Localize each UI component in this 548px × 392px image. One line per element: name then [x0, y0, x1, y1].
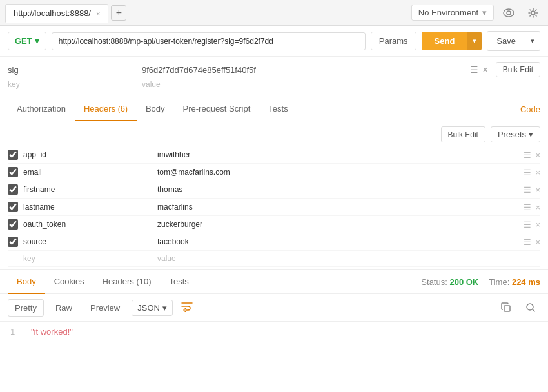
eye-icon [503, 8, 514, 17]
code-link[interactable]: Code [520, 104, 540, 114]
param-menu-icon[interactable]: ☰ [470, 64, 478, 75]
header-checkbox-5[interactable] [8, 237, 18, 247]
status-label: Status: 200 OK [421, 277, 478, 287]
header-checkbox-4[interactable] [8, 219, 18, 230]
format-pretty[interactable]: Pretty [8, 299, 44, 317]
headers-section: Bulk Edit Presets ▾ app_id imwithher ☰ ×… [0, 121, 548, 270]
header-rows-container: app_id imwithher ☰ × email tom@macfarlin… [8, 146, 540, 251]
header-delete-icon-0[interactable]: × [535, 150, 540, 160]
header-key-placeholder: key [23, 254, 152, 263]
headers-bulk-edit-button[interactable]: Bulk Edit [441, 126, 485, 142]
header-actions-1: ☰ × [524, 168, 540, 177]
send-dropdown-button[interactable]: ▾ [467, 32, 482, 50]
new-tab-button[interactable]: + [111, 5, 126, 21]
request-bar: GET ▾ Params Send ▾ Save ▾ [0, 26, 548, 57]
header-checkbox-2[interactable] [8, 184, 18, 195]
param-actions: ☰ × [470, 64, 487, 75]
header-row: app_id imwithher ☰ × [8, 146, 540, 164]
tab-close-icon[interactable]: × [96, 10, 100, 17]
header-menu-icon-3[interactable]: ☰ [524, 202, 531, 212]
svg-point-0 [504, 9, 514, 17]
header-checkbox-0[interactable] [8, 150, 18, 160]
header-menu-icon-0[interactable]: ☰ [524, 150, 531, 160]
url-input[interactable] [52, 32, 366, 50]
header-menu-icon-2[interactable]: ☰ [524, 185, 531, 195]
save-button[interactable]: Save [487, 31, 525, 51]
wrap-icon[interactable] [181, 300, 193, 315]
presets-button[interactable]: Presets ▾ [491, 126, 540, 142]
format-preview[interactable]: Preview [84, 300, 126, 316]
header-delete-icon-2[interactable]: × [535, 185, 540, 195]
header-delete-icon-5[interactable]: × [535, 237, 540, 247]
eye-icon-button[interactable] [499, 3, 518, 23]
header-empty-row: key value [8, 251, 540, 267]
response-body: 1 "it worked!" [0, 322, 548, 342]
json-format-select[interactable]: JSON ▾ [132, 300, 173, 316]
tab-authorization[interactable]: Authorization [8, 97, 75, 121]
header-key-0: app_id [23, 150, 152, 159]
param-empty-row: key value [8, 77, 488, 92]
presets-chevron: ▾ [529, 130, 533, 139]
header-checkbox-3[interactable] [8, 202, 18, 212]
response-headers-count: (10) [136, 277, 151, 286]
tab-body[interactable]: Body [137, 97, 174, 121]
save-dropdown-button[interactable]: ▾ [525, 31, 540, 51]
header-delete-icon-1[interactable]: × [535, 168, 540, 177]
headers-count: (6) [118, 104, 128, 113]
header-key-2: firstname [23, 185, 152, 194]
response-tab-headers[interactable]: Headers (10) [93, 270, 161, 294]
gear-icon [528, 8, 538, 18]
environment-bar: No Environment ▾ [411, 3, 543, 23]
header-menu-icon-5[interactable]: ☰ [524, 237, 531, 247]
tab-pre-request-script[interactable]: Pre-request Script [174, 97, 260, 121]
format-raw[interactable]: Raw [49, 300, 79, 316]
response-tab-tests[interactable]: Tests [161, 270, 198, 294]
time-value: 224 ms [512, 277, 540, 287]
status-code: 200 OK [449, 277, 478, 287]
params-button[interactable]: Params [371, 32, 416, 50]
json-format-chevron: ▾ [162, 303, 167, 313]
response-tab-body[interactable]: Body [8, 270, 45, 294]
save-button-group: Save ▾ [487, 31, 540, 51]
environment-chevron: ▾ [482, 8, 487, 17]
header-delete-icon-3[interactable]: × [535, 202, 540, 212]
header-actions-5: ☰ × [524, 237, 540, 247]
response-content: "it worked!" [31, 327, 73, 337]
send-button[interactable]: Send [422, 32, 468, 50]
environment-label: No Environment [418, 8, 478, 17]
param-delete-icon[interactable]: × [482, 64, 487, 75]
param-key: sig [8, 65, 137, 75]
settings-icon-button[interactable] [524, 3, 543, 23]
send-button-group: Send ▾ [422, 32, 482, 50]
header-value-4: zuckerburger [157, 220, 518, 229]
method-chevron: ▾ [35, 36, 39, 46]
header-key-1: email [23, 168, 152, 177]
header-menu-icon-1[interactable]: ☰ [524, 168, 531, 177]
copy-icon [501, 302, 511, 313]
response-toolbar: Pretty Raw Preview JSON ▾ [0, 294, 548, 322]
method-select[interactable]: GET ▾ [8, 32, 46, 50]
tab-headers[interactable]: Headers (6) [75, 97, 137, 121]
method-label: GET [15, 36, 32, 46]
header-checkbox-1[interactable] [8, 167, 18, 177]
header-menu-icon-4[interactable]: ☰ [524, 220, 531, 230]
copy-button[interactable] [496, 298, 516, 317]
params-section: sig 9f6d2f7dd7d674e85eff51f40f5f ☰ × key… [0, 57, 548, 97]
time-label: Time: 224 ms [489, 277, 540, 287]
environment-select[interactable]: No Environment ▾ [411, 5, 494, 21]
tab-tests[interactable]: Tests [259, 97, 297, 121]
header-delete-icon-4[interactable]: × [535, 220, 540, 230]
header-key-5: source [23, 237, 152, 246]
browser-tab[interactable]: http://localhost:8888/ × [5, 4, 108, 23]
response-tab-cookies[interactable]: Cookies [45, 270, 93, 294]
search-button[interactable] [521, 298, 540, 317]
header-value-3: macfarlins [157, 202, 518, 211]
header-value-2: thomas [157, 185, 518, 194]
header-key-3: lastname [23, 202, 152, 211]
bulk-edit-button[interactable]: Bulk Edit [496, 62, 540, 77]
svg-point-1 [507, 11, 511, 15]
header-value-5: facebook [157, 237, 518, 246]
nav-tabs: Authorization Headers (6) Body Pre-reque… [0, 97, 548, 121]
response-tabs: Body Cookies Headers (10) Tests Status: … [0, 270, 548, 294]
tab-bar: http://localhost:8888/ × + No Environmen… [0, 0, 548, 26]
